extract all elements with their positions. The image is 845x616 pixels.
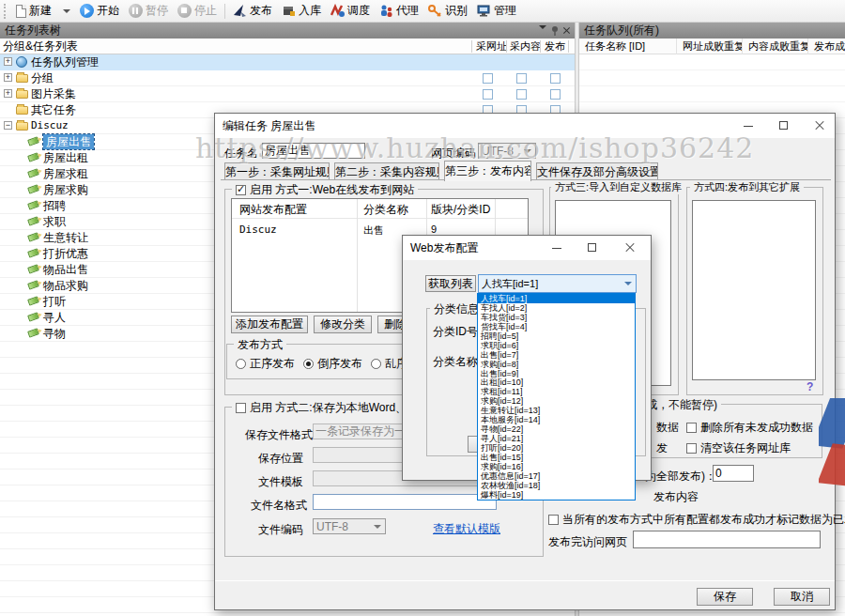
- checkbox-content[interactable]: [516, 89, 527, 100]
- tab-step2[interactable]: 第二步：采集内容规则: [334, 162, 439, 180]
- pencil-icon: [27, 184, 39, 193]
- dropdown-item[interactable]: 优惠信息[id=17]: [478, 471, 635, 481]
- dropdown-item[interactable]: 求租[id=11]: [478, 387, 635, 396]
- dropdown-item[interactable]: 出售[id=7]: [478, 350, 635, 360]
- method1-enable-checkbox[interactable]: [236, 185, 246, 195]
- dropdown-item[interactable]: 打听[id=20]: [478, 443, 635, 453]
- tree-label: 房屋求购: [43, 182, 88, 197]
- pencil-icon: [27, 200, 39, 209]
- checkbox-url[interactable]: [483, 73, 493, 84]
- close-icon[interactable]: [805, 114, 835, 138]
- tab-advanced[interactable]: 文件保存及部分高级设置: [536, 162, 658, 180]
- panel-close-icon[interactable]: [562, 23, 572, 38]
- schedule-button[interactable]: 调度: [326, 1, 375, 22]
- checkbox-publish[interactable]: [550, 89, 561, 100]
- expander-plus-icon[interactable]: +: [4, 73, 12, 82]
- tree-item-group[interactable]: + 分组: [0, 70, 575, 86]
- dropdown-item[interactable]: 寻物[id=22]: [478, 424, 635, 434]
- dropdown-item[interactable]: 出租[id=10]: [478, 377, 635, 387]
- dropdown-item-selected[interactable]: 人找车[id=1]: [478, 294, 635, 303]
- dropdown-item[interactable]: 求购[id=8]: [478, 360, 635, 369]
- col-publish-result[interactable]: 发布成败: [808, 38, 845, 54]
- web-dialog-titlebar[interactable]: Web发布配置: [403, 236, 651, 260]
- stop-button[interactable]: 停止: [173, 1, 222, 22]
- view-default-template-link[interactable]: 查看默认模版: [433, 521, 500, 537]
- publish-options-caption-fragment: 成，不能暂停): [642, 397, 721, 413]
- tab-step1[interactable]: 第一步：采集网址规则: [224, 162, 330, 180]
- method2-enable-checkbox[interactable]: [236, 403, 246, 413]
- checkbox-url[interactable]: [483, 89, 493, 100]
- minimize-icon[interactable]: [733, 114, 763, 138]
- expander-plus-icon[interactable]: +: [4, 57, 12, 66]
- class-dropdown-list: 人找车[id=1] 车找人[id=2] 车找货[id=3] 货找车[id=4] …: [477, 293, 636, 500]
- dropdown-item[interactable]: 招聘[id=5]: [478, 331, 635, 341]
- tree-label: 打折优惠: [43, 246, 88, 261]
- help-icon[interactable]: ?: [807, 380, 813, 393]
- dropdown-item[interactable]: 车找货[id=3]: [478, 313, 635, 322]
- checkbox-publish[interactable]: [550, 73, 561, 84]
- clear-url-db-checkbox[interactable]: 清空该任务网址库: [686, 440, 791, 456]
- task-name-input[interactable]: [262, 143, 365, 159]
- class-combobox-open[interactable]: 人找车[id=1]: [478, 274, 637, 293]
- mark-done-checkbox[interactable]: 当所有的发布方式中所有配置都发布成功才标记数据为已发: [548, 512, 845, 528]
- publish-button[interactable]: 发布: [228, 1, 277, 22]
- col-url-result[interactable]: 网址成败重复: [677, 38, 743, 54]
- tree-label: 其它任务: [31, 102, 76, 117]
- tree-item-image-collect[interactable]: + 图片采集: [0, 86, 575, 102]
- get-list-button[interactable]: 获取列表: [425, 275, 476, 292]
- dropdown-item[interactable]: 本地服务[id=14]: [478, 415, 635, 424]
- edit-dialog-title: 编辑任务 房屋出售: [223, 119, 315, 132]
- checkbox-content[interactable]: [516, 73, 527, 84]
- new-task-button[interactable]: 新建: [11, 1, 56, 22]
- page-encoding-select[interactable]: UTF-8: [478, 143, 536, 159]
- dropdown-item[interactable]: 求购[id=12]: [478, 396, 635, 406]
- radio-reverse-order[interactable]: 倒序发布: [303, 356, 362, 372]
- ocr-key-icon: [428, 4, 442, 18]
- dropdown-item[interactable]: 车找人[id=2]: [478, 303, 635, 313]
- dropdown-item[interactable]: 生意转让[id=13]: [478, 406, 635, 415]
- pin-icon[interactable]: [550, 25, 560, 37]
- dropdown-item[interactable]: 农林牧渔[id=18]: [478, 481, 635, 490]
- visit-url-input[interactable]: [633, 531, 821, 548]
- cell-site-config: Discuz: [239, 223, 277, 236]
- delete-failed-checkbox[interactable]: 删除所有未发成功数据: [686, 420, 813, 436]
- radio-forward-order[interactable]: 正序发布: [236, 356, 295, 372]
- dropdown-item[interactable]: 爆料[id=19]: [478, 490, 635, 500]
- dropdown-item[interactable]: 求职[id=6]: [478, 341, 635, 350]
- save-button[interactable]: 保存: [697, 588, 753, 606]
- dropdown-item[interactable]: 寻人[id=21]: [478, 434, 635, 443]
- pencil-icon: [27, 248, 39, 257]
- tree-item-queue-manage[interactable]: + 任务队列管理: [0, 54, 575, 70]
- toolbar-grip[interactable]: [4, 4, 8, 19]
- maximize-icon[interactable]: [769, 114, 799, 138]
- cancel-button[interactable]: 取消: [774, 588, 830, 606]
- modify-class-button[interactable]: 修改分类: [314, 316, 372, 333]
- dropdown-item[interactable]: 求购[id=16]: [478, 462, 635, 471]
- pause-button[interactable]: 暂停: [124, 1, 173, 22]
- publish-count-input[interactable]: [713, 465, 754, 482]
- store-button[interactable]: 入库: [277, 1, 326, 22]
- proxy-button[interactable]: 代理: [375, 1, 423, 22]
- minimize-icon[interactable]: [544, 236, 570, 260]
- filename-format-input[interactable]: [313, 494, 497, 510]
- expander-minus-icon[interactable]: −: [4, 121, 12, 130]
- recognize-button[interactable]: 识别: [423, 1, 472, 22]
- col-task-name[interactable]: 任务名称 [ID]: [579, 38, 677, 54]
- dropdown-item[interactable]: 货找车[id=4]: [478, 322, 635, 331]
- expander-plus-icon[interactable]: +: [4, 89, 12, 98]
- close-icon[interactable]: [617, 236, 643, 260]
- add-publish-config-button[interactable]: 添加发布配置: [231, 316, 308, 333]
- tab-step3-active[interactable]: 第三步：发布内容设置: [444, 161, 531, 181]
- pencil-icon: [27, 136, 39, 146]
- new-task-dropdown[interactable]: [56, 1, 75, 22]
- dropdown-item[interactable]: 出售[id=15]: [478, 453, 635, 462]
- start-button[interactable]: 开始: [75, 1, 124, 22]
- manage-button[interactable]: 管理: [472, 1, 521, 22]
- col-content-result[interactable]: 内容成败重复: [743, 38, 808, 54]
- checkbox-icon: [548, 515, 559, 525]
- extension-listbox[interactable]: [692, 200, 816, 380]
- dropdown-item[interactable]: 出售[id=9]: [478, 369, 635, 378]
- maximize-icon[interactable]: [579, 236, 606, 260]
- stop-icon: [177, 4, 192, 18]
- database-icon: [282, 4, 296, 18]
